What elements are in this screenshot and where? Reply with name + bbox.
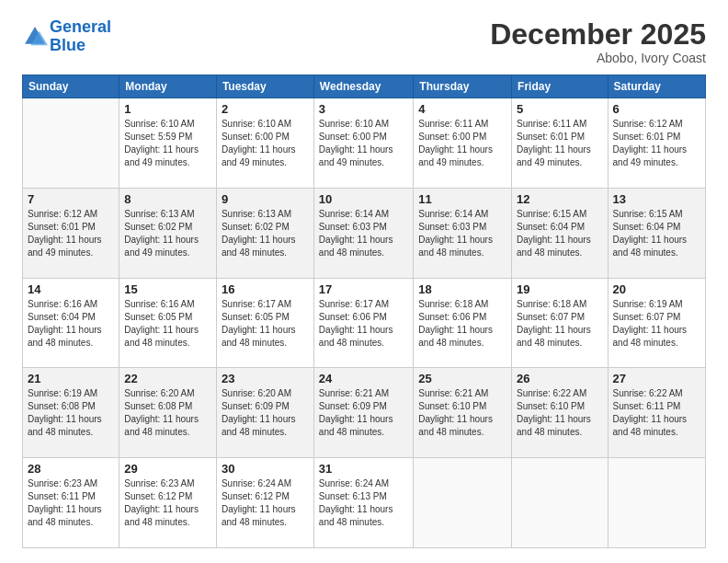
day-info: Sunrise: 6:12 AM Sunset: 6:01 PM Dayligh…	[28, 208, 114, 259]
day-number: 26	[517, 372, 602, 385]
day-number: 6	[613, 102, 700, 116]
day-info: Sunrise: 6:14 AM Sunset: 6:03 PM Dayligh…	[418, 208, 506, 259]
calendar-week-4: 21Sunrise: 6:19 AM Sunset: 6:08 PM Dayli…	[23, 368, 706, 458]
calendar-cell: 10Sunrise: 6:14 AM Sunset: 6:03 PM Dayli…	[313, 188, 413, 278]
day-number: 29	[124, 462, 211, 476]
calendar-week-3: 14Sunrise: 6:16 AM Sunset: 6:04 PM Dayli…	[23, 278, 706, 368]
calendar-cell: 11Sunrise: 6:14 AM Sunset: 6:03 PM Dayli…	[414, 188, 512, 278]
day-number: 30	[222, 462, 309, 476]
calendar-cell: 23Sunrise: 6:20 AM Sunset: 6:09 PM Dayli…	[216, 368, 313, 458]
calendar-cell	[512, 458, 608, 548]
day-number: 10	[319, 192, 408, 206]
day-info: Sunrise: 6:19 AM Sunset: 6:08 PM Dayligh…	[28, 387, 114, 439]
calendar-cell: 13Sunrise: 6:15 AM Sunset: 6:04 PM Dayli…	[608, 188, 705, 278]
weekday-header-tuesday: Tuesday	[216, 75, 313, 98]
day-number: 27	[613, 372, 700, 385]
calendar-cell: 2Sunrise: 6:10 AM Sunset: 6:00 PM Daylig…	[216, 98, 313, 189]
day-number: 23	[222, 372, 309, 385]
calendar-cell: 27Sunrise: 6:22 AM Sunset: 6:11 PM Dayli…	[608, 368, 705, 458]
calendar-cell: 12Sunrise: 6:15 AM Sunset: 6:04 PM Dayli…	[512, 188, 608, 278]
day-info: Sunrise: 6:14 AM Sunset: 6:03 PM Dayligh…	[319, 208, 408, 259]
logo-icon	[22, 24, 48, 50]
weekday-header-sunday: Sunday	[23, 75, 119, 98]
calendar-cell: 3Sunrise: 6:10 AM Sunset: 6:00 PM Daylig…	[313, 98, 413, 189]
logo-text: General Blue	[50, 18, 111, 55]
day-number: 28	[28, 462, 114, 476]
calendar-cell: 17Sunrise: 6:17 AM Sunset: 6:06 PM Dayli…	[313, 278, 413, 368]
day-number: 11	[418, 192, 506, 206]
calendar-cell: 4Sunrise: 6:11 AM Sunset: 6:00 PM Daylig…	[414, 98, 512, 189]
calendar-cell	[23, 98, 119, 189]
day-number: 24	[319, 372, 408, 385]
day-number: 3	[319, 102, 408, 116]
day-info: Sunrise: 6:20 AM Sunset: 6:08 PM Dayligh…	[124, 387, 211, 439]
calendar-week-2: 7Sunrise: 6:12 AM Sunset: 6:01 PM Daylig…	[23, 188, 706, 278]
weekday-header-friday: Friday	[512, 75, 608, 98]
day-info: Sunrise: 6:22 AM Sunset: 6:11 PM Dayligh…	[613, 387, 700, 439]
logo: General Blue	[22, 18, 111, 55]
weekday-header-thursday: Thursday	[414, 75, 512, 98]
calendar-cell: 22Sunrise: 6:20 AM Sunset: 6:08 PM Dayli…	[119, 368, 217, 458]
day-info: Sunrise: 6:22 AM Sunset: 6:10 PM Dayligh…	[517, 387, 602, 439]
day-info: Sunrise: 6:16 AM Sunset: 6:05 PM Dayligh…	[124, 298, 211, 350]
header: General Blue December 2025 Abobo, Ivory …	[22, 18, 706, 65]
day-info: Sunrise: 6:17 AM Sunset: 6:05 PM Dayligh…	[222, 298, 309, 350]
calendar-body: 1Sunrise: 6:10 AM Sunset: 5:59 PM Daylig…	[23, 98, 706, 548]
calendar-cell: 31Sunrise: 6:24 AM Sunset: 6:13 PM Dayli…	[313, 458, 413, 548]
location-subtitle: Abobo, Ivory Coast	[490, 51, 706, 65]
calendar-cell: 5Sunrise: 6:11 AM Sunset: 6:01 PM Daylig…	[512, 98, 608, 189]
day-number: 19	[517, 282, 602, 296]
day-info: Sunrise: 6:15 AM Sunset: 6:04 PM Dayligh…	[613, 208, 700, 259]
calendar-cell: 20Sunrise: 6:19 AM Sunset: 6:07 PM Dayli…	[608, 278, 705, 368]
day-info: Sunrise: 6:18 AM Sunset: 6:07 PM Dayligh…	[517, 298, 602, 350]
day-info: Sunrise: 6:23 AM Sunset: 6:11 PM Dayligh…	[28, 477, 114, 529]
weekday-header-saturday: Saturday	[608, 75, 705, 98]
title-block: December 2025 Abobo, Ivory Coast	[490, 18, 706, 65]
calendar-cell: 21Sunrise: 6:19 AM Sunset: 6:08 PM Dayli…	[23, 368, 119, 458]
calendar-cell: 28Sunrise: 6:23 AM Sunset: 6:11 PM Dayli…	[23, 458, 119, 548]
day-info: Sunrise: 6:24 AM Sunset: 6:12 PM Dayligh…	[222, 477, 309, 529]
day-info: Sunrise: 6:11 AM Sunset: 6:01 PM Dayligh…	[517, 118, 602, 169]
day-info: Sunrise: 6:21 AM Sunset: 6:10 PM Dayligh…	[418, 387, 506, 439]
calendar-cell: 30Sunrise: 6:24 AM Sunset: 6:12 PM Dayli…	[216, 458, 313, 548]
day-number: 5	[517, 102, 602, 116]
day-number: 25	[418, 372, 506, 385]
day-number: 8	[124, 192, 211, 206]
day-number: 21	[28, 372, 114, 385]
day-number: 16	[222, 282, 309, 296]
calendar-cell: 24Sunrise: 6:21 AM Sunset: 6:09 PM Dayli…	[313, 368, 413, 458]
weekday-header-row: SundayMondayTuesdayWednesdayThursdayFrid…	[23, 75, 706, 98]
day-number: 14	[28, 282, 114, 296]
day-info: Sunrise: 6:18 AM Sunset: 6:06 PM Dayligh…	[418, 298, 506, 350]
day-number: 17	[319, 282, 408, 296]
calendar-cell	[414, 458, 512, 548]
day-info: Sunrise: 6:13 AM Sunset: 6:02 PM Dayligh…	[222, 208, 309, 259]
page: General Blue December 2025 Abobo, Ivory …	[0, 0, 728, 563]
calendar-cell: 6Sunrise: 6:12 AM Sunset: 6:01 PM Daylig…	[608, 98, 705, 189]
calendar-cell	[608, 458, 705, 548]
day-info: Sunrise: 6:21 AM Sunset: 6:09 PM Dayligh…	[319, 387, 408, 439]
calendar-cell: 8Sunrise: 6:13 AM Sunset: 6:02 PM Daylig…	[119, 188, 217, 278]
day-number: 18	[418, 282, 506, 296]
day-number: 13	[613, 192, 700, 206]
day-info: Sunrise: 6:20 AM Sunset: 6:09 PM Dayligh…	[222, 387, 309, 439]
month-title: December 2025	[490, 18, 706, 51]
calendar-cell: 15Sunrise: 6:16 AM Sunset: 6:05 PM Dayli…	[119, 278, 217, 368]
calendar-cell: 16Sunrise: 6:17 AM Sunset: 6:05 PM Dayli…	[216, 278, 313, 368]
day-info: Sunrise: 6:10 AM Sunset: 6:00 PM Dayligh…	[319, 118, 408, 169]
calendar-cell: 26Sunrise: 6:22 AM Sunset: 6:10 PM Dayli…	[512, 368, 608, 458]
day-info: Sunrise: 6:17 AM Sunset: 6:06 PM Dayligh…	[319, 298, 408, 350]
day-number: 2	[222, 102, 309, 116]
day-info: Sunrise: 6:10 AM Sunset: 6:00 PM Dayligh…	[222, 118, 309, 169]
calendar-cell: 29Sunrise: 6:23 AM Sunset: 6:12 PM Dayli…	[119, 458, 217, 548]
calendar-cell: 19Sunrise: 6:18 AM Sunset: 6:07 PM Dayli…	[512, 278, 608, 368]
logo-line1: General	[50, 17, 111, 36]
day-number: 31	[319, 462, 408, 476]
calendar-cell: 25Sunrise: 6:21 AM Sunset: 6:10 PM Dayli…	[414, 368, 512, 458]
day-number: 4	[418, 102, 506, 116]
day-info: Sunrise: 6:12 AM Sunset: 6:01 PM Dayligh…	[613, 118, 700, 169]
day-number: 7	[28, 192, 114, 206]
day-info: Sunrise: 6:13 AM Sunset: 6:02 PM Dayligh…	[124, 208, 211, 259]
day-number: 22	[124, 372, 211, 385]
day-number: 12	[517, 192, 602, 206]
